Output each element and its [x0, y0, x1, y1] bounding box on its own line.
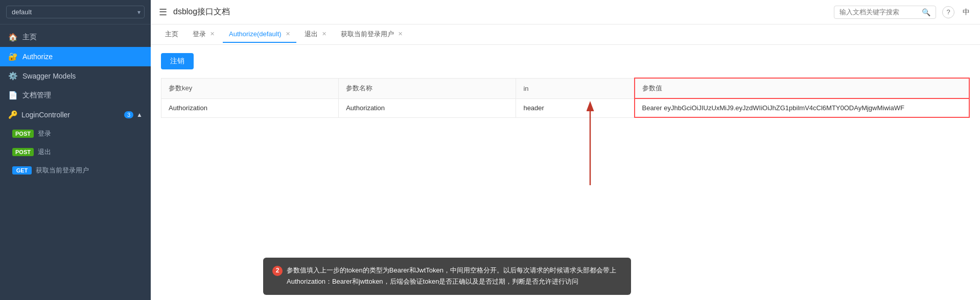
tab-authorize-label: Authorize(default) — [229, 30, 282, 38]
tab-logout-label: 退出 — [305, 30, 318, 39]
sub-nav-post-login[interactable]: POST 登录 — [0, 124, 151, 143]
post-badge-login: POST — [12, 130, 34, 138]
annotation-2-container: 2 参数值填入上一步的token的类型为Bearer和JwtToken，中间用空… — [263, 258, 631, 295]
tabs-bar: 主页 登录 ✕ Authorize(default) ✕ 退出 ✕ 获取当前登录… — [151, 24, 980, 45]
help-icon[interactable]: ? — [942, 6, 954, 18]
cell-name: Authorization — [339, 98, 516, 117]
main-content-area: ☰ dsblog接口文档 🔍 ? 中 主页 登录 ✕ Authorize(def… — [151, 0, 980, 300]
cell-in: header — [516, 98, 635, 117]
chevron-up-icon: ▲ — [136, 111, 143, 118]
tab-get-user-label: 获取当前登录用户 — [341, 30, 394, 39]
tab-get-user[interactable]: 获取当前登录用户 ✕ — [335, 26, 409, 44]
sub-nav-login-label: 登录 — [38, 129, 51, 138]
col-header-in: in — [516, 78, 635, 98]
project-select-wrapper[interactable]: default — [6, 6, 145, 18]
page-title: dsblog接口文档 — [173, 7, 828, 17]
cancel-button[interactable]: 注销 — [161, 53, 194, 69]
tab-home[interactable]: 主页 — [159, 26, 184, 44]
tab-home-label: 主页 — [165, 30, 178, 39]
col-header-key: 参数key — [161, 78, 339, 98]
tab-logout-close[interactable]: ✕ — [322, 31, 326, 37]
cell-value[interactable] — [635, 98, 969, 117]
sidebar-item-home-label: 主页 — [22, 33, 37, 42]
get-badge-user: GET — [12, 166, 32, 174]
sub-nav-get-user[interactable]: GET 获取当前登录用户 — [0, 161, 151, 180]
table-row: Authorization Authorization header — [161, 98, 970, 117]
annotation-bubble-2: 2 参数值填入上一步的token的类型为Bearer和JwtToken，中间用空… — [263, 258, 631, 295]
sidebar: default 🏠 主页 🔐 Authorize ⚙️ Swagger Mode… — [0, 0, 151, 300]
authorize-icon: 🔐 — [8, 52, 17, 61]
sidebar-item-login-controller-label: LoginController — [21, 111, 70, 119]
sidebar-header: default — [0, 0, 151, 24]
tab-login-label: 登录 — [193, 30, 206, 39]
topbar: ☰ dsblog接口文档 🔍 ? 中 — [151, 0, 980, 24]
tab-logout[interactable]: 退出 ✕ — [298, 26, 333, 44]
sidebar-nav: 🏠 主页 🔐 Authorize ⚙️ Swagger Models 📄 文档管… — [0, 24, 151, 300]
tab-get-user-close[interactable]: ✕ — [398, 31, 403, 37]
tab-authorize-close[interactable]: ✕ — [286, 31, 290, 37]
topbar-actions: 🔍 ? 中 — [834, 6, 972, 19]
search-box[interactable]: 🔍 — [834, 6, 936, 19]
anno-num-2: 2 — [272, 266, 283, 276]
sub-nav-logout-label: 退出 — [38, 147, 51, 157]
post-badge-logout: POST — [12, 148, 34, 156]
params-table: 参数key 参数名称 in 参数值 Authorization Authoriz… — [161, 78, 970, 118]
sidebar-item-authorize[interactable]: 🔐 Authorize — [0, 47, 151, 66]
value-input[interactable] — [642, 104, 962, 112]
cell-key: Authorization — [161, 98, 339, 117]
col-header-value: 参数值 — [635, 78, 969, 98]
sidebar-item-doc-management[interactable]: 📄 文档管理 — [0, 86, 151, 105]
home-icon: 🏠 — [8, 33, 17, 42]
sidebar-item-swagger-label: Swagger Models — [22, 72, 76, 80]
tab-login-close[interactable]: ✕ — [210, 31, 215, 37]
content-area: 注销 参数key 参数名称 in 参数值 Authorization Autho… — [151, 45, 980, 300]
lang-icon[interactable]: 中 — [961, 6, 972, 19]
search-icon: 🔍 — [922, 8, 930, 16]
sub-nav-post-logout[interactable]: POST 退出 — [0, 143, 151, 161]
sidebar-item-home[interactable]: 🏠 主页 — [0, 28, 151, 47]
sidebar-item-swagger-models[interactable]: ⚙️ Swagger Models — [0, 66, 151, 86]
tab-authorize[interactable]: Authorize(default) ✕ — [223, 26, 296, 43]
sub-nav-user-label: 获取当前登录用户 — [36, 166, 89, 175]
tab-login[interactable]: 登录 ✕ — [186, 26, 221, 44]
login-controller-icon: 🔑 — [8, 110, 17, 119]
swagger-icon: ⚙️ — [8, 71, 17, 81]
sidebar-item-login-controller[interactable]: 🔑 LoginController 3 ▲ — [0, 105, 151, 124]
search-input[interactable] — [839, 8, 919, 16]
project-select[interactable]: default — [6, 6, 145, 18]
sidebar-item-doc-label: 文档管理 — [22, 91, 51, 100]
col-header-name: 参数名称 — [339, 78, 516, 98]
doc-icon: 📄 — [8, 91, 17, 100]
anno-text-2: 参数值填入上一步的token的类型为Bearer和JwtToken，中间用空格分… — [287, 265, 622, 288]
sidebar-item-authorize-label: Authorize — [22, 53, 53, 61]
menu-icon[interactable]: ☰ — [159, 7, 167, 18]
login-controller-badge: 3 — [124, 111, 133, 118]
